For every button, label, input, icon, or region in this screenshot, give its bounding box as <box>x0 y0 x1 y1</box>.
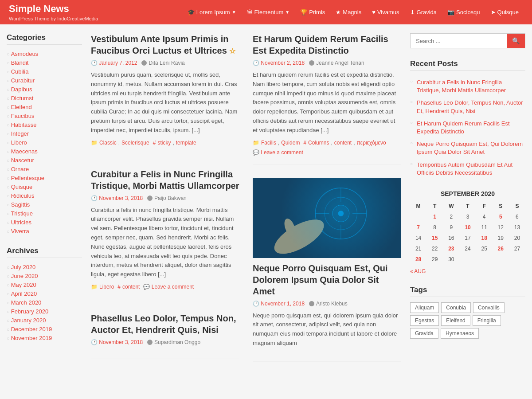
search-button[interactable]: 🔍 <box>507 34 525 48</box>
cal-header-cell: S <box>493 201 509 211</box>
category-link[interactable]: Dictumst <box>11 95 34 102</box>
nav-item-elementum[interactable]: 🏛 Elementum ▼ <box>243 6 294 18</box>
post-tag-link[interactable]: περιεχόμενο <box>357 140 386 146</box>
cal-cell[interactable]: 23 <box>443 243 459 254</box>
category-link[interactable]: Maecenas <box>11 148 38 155</box>
post-tag-link[interactable]: content <box>334 140 352 146</box>
cal-cell: 27 <box>509 243 525 254</box>
archive-link[interactable]: July 2020 <box>11 264 36 270</box>
category-link[interactable]: Asmodeus <box>11 51 38 57</box>
recent-post-link[interactable]: Neque Porro Quisquam Est, Qui Dolorem Ip… <box>417 141 523 155</box>
archive-link[interactable]: January 2020 <box>11 317 46 324</box>
archive-link[interactable]: May 2020 <box>11 282 36 288</box>
cal-cell: 8 <box>426 222 443 233</box>
calendar-prev-link[interactable]: « AUG <box>410 268 426 274</box>
nav-item-quisque[interactable]: ➤ Quisque <box>486 6 523 18</box>
cal-cell[interactable]: 5 <box>493 211 509 222</box>
archive-link[interactable]: February 2020 <box>11 308 49 315</box>
category-item: Nascetur <box>7 156 82 164</box>
category-link[interactable]: Integer <box>11 130 29 137</box>
tag-pill[interactable]: Eleifend <box>441 315 470 326</box>
category-link[interactable]: Ridiculus <box>11 192 35 199</box>
post-tag-link[interactable]: sticky <box>157 140 171 146</box>
nav-item-gravida[interactable]: ⬇ Gravida <box>406 6 442 18</box>
post-tag-link[interactable]: content <box>122 284 140 290</box>
post-tag-link[interactable]: template <box>176 140 196 146</box>
cal-cell[interactable]: 26 <box>493 243 509 254</box>
tags-list: AliquamConubiaConvallisEgestasEleifendFr… <box>410 302 525 339</box>
category-link[interactable]: Nascetur <box>11 157 34 164</box>
recent-post-link[interactable]: Curabitur a Felis in Nunc Fringilla Tris… <box>417 79 506 94</box>
nav-item-vivamus[interactable]: ♥ Vivamus <box>368 6 403 18</box>
post-meta: 🕐 January 7, 2012 Dita Leni Ravia <box>91 60 239 66</box>
category-link[interactable]: Habitasse <box>11 121 37 128</box>
cal-header-cell: T <box>459 201 476 211</box>
post-tag-link[interactable]: Columns <box>308 140 329 146</box>
category-link[interactable]: Ornare <box>11 166 29 172</box>
cal-cell[interactable]: 15 <box>426 233 443 243</box>
comments-link[interactable]: Leave a comment <box>152 284 194 290</box>
category-item: Cubilia <box>7 67 82 76</box>
recent-post-link[interactable]: Et Harum Quidem Rerum Facilis Est Expedi… <box>417 120 510 135</box>
category-link[interactable]: Pellentesque <box>11 175 44 181</box>
tag-pill[interactable]: Aliquam <box>410 302 439 313</box>
category-link[interactable]: Tristique <box>11 210 33 217</box>
post-categories: 📁 Facilis, Quidem <box>253 140 300 146</box>
post-title: Neque Porro Quisquam Est, Qui Dolorem Ip… <box>253 262 401 297</box>
category-link[interactable]: Cubilia <box>11 68 29 75</box>
cal-cell[interactable]: 28 <box>410 254 426 265</box>
post-author: Supardiman Onggo <box>147 339 200 345</box>
recent-post-link[interactable]: Phasellus Leo Dolor, Tempus Non, Auctor … <box>417 99 523 114</box>
tag-pill[interactable]: Fringilla <box>473 315 501 326</box>
content-wrap: Categories AsmodeusBlanditCubiliaCurabit… <box>0 24 532 384</box>
category-link[interactable]: Libero <box>11 139 27 146</box>
category-item: Tristique <box>7 209 82 218</box>
nav-item-magnis[interactable]: ★ Magnis <box>331 6 366 18</box>
category-link[interactable]: Dapibus <box>11 86 32 93</box>
category-link[interactable]: Viverra <box>11 228 29 235</box>
cal-cell[interactable]: 1 <box>426 211 443 222</box>
post-categories: 📁 Libero <box>91 284 114 290</box>
cal-cell[interactable]: 7 <box>410 222 426 233</box>
category-link[interactable]: Sagittis <box>11 201 30 208</box>
nav-item-sociosqu[interactable]: 📷 Sociosqu <box>443 6 484 18</box>
post-cat-link[interactable]: Quidem <box>281 140 300 146</box>
post-cat-link[interactable]: Libero <box>99 284 114 290</box>
tag-pill[interactable]: Convallis <box>473 302 505 313</box>
nav-item-lorem-ipsum[interactable]: 🎓 Lorem Ipsum ▼ <box>183 6 241 18</box>
archive-item: December 2019 <box>7 325 82 333</box>
svg-point-3 <box>332 205 349 222</box>
comments-link[interactable]: Leave a comment <box>261 149 303 156</box>
category-link[interactable]: Faucibus <box>11 113 35 119</box>
post-cat-link[interactable]: Scelerisque <box>121 140 149 146</box>
archive-link[interactable]: June 2020 <box>11 273 38 279</box>
recent-post-link[interactable]: Temporibus Autem Quibusdam Et Aut Offici… <box>417 161 512 176</box>
category-link[interactable]: Curabitur <box>11 77 35 84</box>
nav-item-primis[interactable]: 🏆 Primis <box>296 6 329 18</box>
cal-cell[interactable]: 18 <box>476 233 493 243</box>
calendar-nav: « AUG <box>410 268 525 274</box>
post-cat-link[interactable]: Classic <box>99 140 117 146</box>
archive-link[interactable]: November 2019 <box>11 335 52 341</box>
post-cat-link[interactable]: Facilis <box>261 140 276 146</box>
archive-item: June 2020 <box>7 271 82 280</box>
category-link[interactable]: Eleifend <box>11 104 32 110</box>
category-link[interactable]: Quisque <box>11 184 32 190</box>
tag-pill[interactable]: Gravida <box>410 328 438 339</box>
category-link[interactable]: Ultricies <box>11 219 31 226</box>
archive-link[interactable]: March 2020 <box>11 299 42 306</box>
tag-pill[interactable]: Conubia <box>441 302 471 313</box>
sidebar: Categories AsmodeusBlanditCubiliaCurabit… <box>7 33 82 375</box>
archive-link[interactable]: April 2020 <box>11 290 37 297</box>
cal-header-cell: M <box>410 201 426 211</box>
search-input[interactable] <box>411 34 507 48</box>
tag-pill[interactable]: Egestas <box>410 315 439 326</box>
tag-pill[interactable]: Hymenaeos <box>441 328 479 339</box>
post-author: Jeanne Angel Tenan <box>309 60 364 66</box>
archive-link[interactable]: December 2019 <box>11 326 52 332</box>
post-author: Dita Leni Ravia <box>141 60 184 66</box>
category-item: Asmodeus <box>7 49 82 58</box>
cal-cell[interactable]: 10 <box>459 222 476 233</box>
category-link[interactable]: Blandit <box>11 59 29 66</box>
site-title[interactable]: Simple News <box>9 3 69 14</box>
